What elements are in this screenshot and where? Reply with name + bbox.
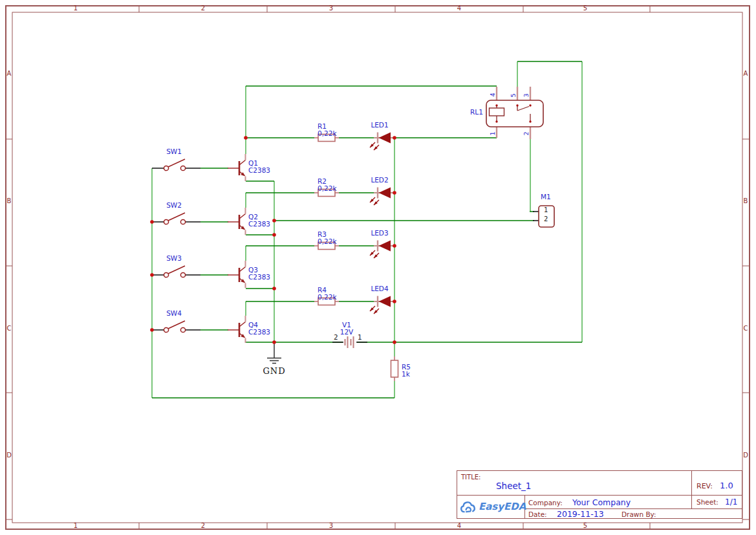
switch-sw3-symbol[interactable] xyxy=(164,266,185,278)
date-value[interactable]: 2019-11-13 xyxy=(557,509,604,519)
q3-value-label[interactable]: C2383 xyxy=(248,274,270,281)
transistor-q2-symbol[interactable] xyxy=(228,208,246,235)
rl1-pin4-number: 4 xyxy=(489,91,496,100)
rl1-label[interactable]: RL1 xyxy=(470,109,483,116)
led3-label[interactable]: LED3 xyxy=(365,230,394,237)
transistor-q3-symbol[interactable] xyxy=(228,261,246,288)
ruler-col-4: 4 xyxy=(452,5,466,12)
transistor-q4-symbol[interactable] xyxy=(228,316,246,343)
ruler-row-c2: C xyxy=(739,325,753,332)
rev-label: REV: xyxy=(697,482,713,490)
ruler-row-b: B xyxy=(2,197,16,204)
r1-value-label[interactable]: 0,22k xyxy=(318,130,336,137)
r3-value-label[interactable]: 0,22k xyxy=(318,238,336,245)
q2-value-label[interactable]: C2383 xyxy=(248,221,270,228)
rl1-pin3-number: 3 xyxy=(523,91,530,100)
switch-sw1-symbol[interactable] xyxy=(164,159,185,171)
switch-sw4-symbol[interactable] xyxy=(164,321,185,333)
ruler-row-b2: B xyxy=(739,197,753,204)
q1-value-label[interactable]: C2383 xyxy=(248,167,270,174)
m1-pin2-number: 2 xyxy=(544,216,548,223)
ruler-row-d2: D xyxy=(739,452,753,459)
ground-symbol[interactable] xyxy=(267,342,281,364)
ruler-col-4b: 4 xyxy=(452,522,466,529)
v1-pin2-number: 2 xyxy=(334,334,338,341)
ruler-col-2: 2 xyxy=(196,5,210,12)
led4-label[interactable]: LED4 xyxy=(365,285,394,292)
switch-sw2-symbol[interactable] xyxy=(164,213,185,224)
ruler-row-d: D xyxy=(2,452,16,459)
gnd-label[interactable]: GND xyxy=(259,366,289,376)
r2-value-label[interactable]: 0,22k xyxy=(318,185,336,192)
ruler-row-a: A xyxy=(2,70,16,77)
company-value[interactable]: Your Company xyxy=(572,497,631,507)
rev-value[interactable]: 1.0 xyxy=(720,481,733,490)
rl1-pin1-number: 1 xyxy=(489,129,496,138)
led3-symbol[interactable] xyxy=(370,241,394,259)
sw2-label[interactable]: SW2 xyxy=(159,202,189,209)
r4-value-label[interactable]: 0,22k xyxy=(318,294,336,301)
title-block[interactable]: TITLE: Sheet_1 REV: 1.0 Company: Your Co… xyxy=(457,470,742,519)
drawn-by-label: Drawn By: xyxy=(621,510,656,518)
ruler-row-c: C xyxy=(2,325,16,332)
sw3-label[interactable]: SW3 xyxy=(159,255,189,262)
schematic-canvas[interactable]: 1 2 3 4 5 1 2 3 4 5 A B C D A B C D SW1 … xyxy=(0,0,756,535)
ruler-col-1: 1 xyxy=(69,5,83,12)
resistor-r5-symbol[interactable] xyxy=(391,356,398,381)
rl1-pin2-number: 2 xyxy=(523,129,530,138)
r5-value-label[interactable]: 1k xyxy=(402,371,410,378)
transistor-q1-symbol[interactable] xyxy=(228,154,246,181)
m1-pin1-number: 1 xyxy=(544,207,548,214)
easyeda-logo: EasyEDA xyxy=(460,499,524,518)
title-block-divider-h1 xyxy=(457,495,742,496)
led1-symbol[interactable] xyxy=(370,133,394,151)
rl1-pin5-number: 5 xyxy=(510,91,517,100)
v1-pin1-number: 1 xyxy=(358,334,362,341)
ruler-col-5: 5 xyxy=(578,5,592,12)
led1-label[interactable]: LED1 xyxy=(365,122,394,129)
sw1-label[interactable]: SW1 xyxy=(159,148,189,155)
date-label: Date: xyxy=(528,510,547,518)
q4-value-label[interactable]: C2383 xyxy=(248,329,270,336)
easyeda-cloud-icon xyxy=(460,500,478,516)
title-label: TITLE: xyxy=(461,474,481,481)
ruler-col-1b: 1 xyxy=(69,522,83,529)
sheet-value[interactable]: 1/1 xyxy=(725,497,737,507)
easyeda-logo-text: EasyEDA xyxy=(479,501,526,512)
ruler-row-a2: A xyxy=(739,70,753,77)
ruler-col-2b: 2 xyxy=(196,522,210,529)
title-block-divider-rev xyxy=(691,471,692,508)
m1-label[interactable]: M1 xyxy=(541,193,551,201)
led2-label[interactable]: LED2 xyxy=(365,177,394,184)
led4-symbol[interactable] xyxy=(370,296,394,314)
sheet-title[interactable]: Sheet_1 xyxy=(496,481,531,491)
schematic-drawing xyxy=(0,0,756,535)
ruler-col-5b: 5 xyxy=(578,522,592,529)
led2-symbol[interactable] xyxy=(370,188,394,206)
sheet-label: Sheet: xyxy=(697,498,718,506)
sw4-label[interactable]: SW4 xyxy=(159,310,189,317)
ruler-col-3: 3 xyxy=(324,5,338,12)
ruler-col-3b: 3 xyxy=(324,522,338,529)
company-label: Company: xyxy=(528,499,563,507)
sheet-frame xyxy=(6,6,750,529)
